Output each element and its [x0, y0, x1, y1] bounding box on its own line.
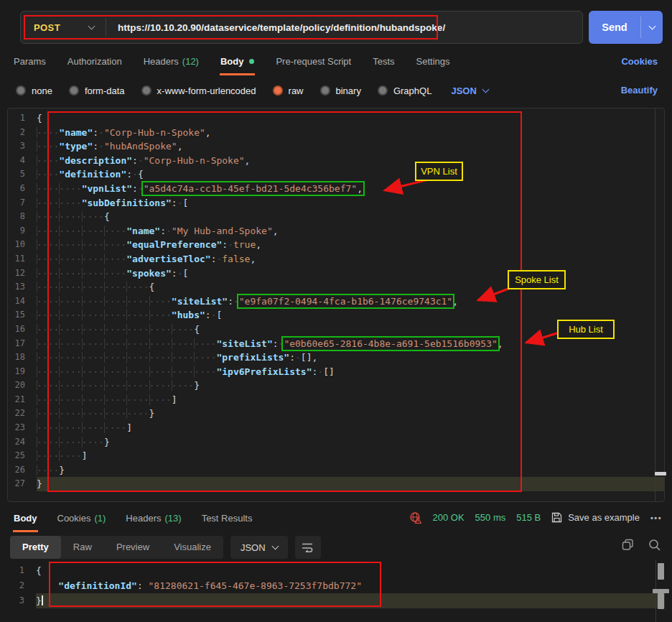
code-text[interactable]: ····························} — [37, 379, 664, 393]
line-number: 1 — [7, 563, 36, 578]
response-body-editor[interactable]: 1{2 "definitionId": "81280621-f645-467e-… — [7, 560, 665, 622]
code-token — [143, 580, 149, 591]
code-text[interactable]: ································"prefixL… — [37, 351, 664, 365]
code-token: "name" — [126, 226, 160, 236]
code-token: · — [138, 155, 144, 166]
code-text[interactable]: ····················{ — [37, 280, 664, 294]
indent-whitespace — [36, 580, 58, 591]
code-text[interactable]: ························] — [37, 393, 664, 407]
code-line-27: 27} — [8, 477, 664, 491]
view-visualize[interactable]: Visualize — [162, 536, 223, 559]
copy-icon[interactable] — [622, 539, 634, 551]
code-token: "description" — [59, 155, 132, 166]
code-text[interactable]: } — [37, 477, 664, 491]
wrap-lines-button[interactable] — [295, 536, 321, 559]
code-token: [ — [216, 310, 222, 320]
tab-params[interactable]: Params — [13, 50, 47, 75]
editor-scrollbar-thumb[interactable] — [655, 472, 666, 475]
response-scrollbar-thumb[interactable] — [658, 563, 664, 580]
tab-body[interactable]: Body — [220, 50, 256, 75]
radio-label: none — [32, 85, 52, 96]
view-pretty[interactable]: Pretty — [10, 536, 61, 559]
response-language-select[interactable]: JSON — [230, 536, 288, 559]
code-text[interactable]: ············} — [37, 435, 664, 450]
code-line-2: 2····"name":·"Corp-Hub-n-Spoke", — [8, 126, 664, 140]
code-text[interactable]: ····················} — [37, 407, 664, 421]
code-text[interactable]: ········"vpnList":·"a5d4c74a-cc1b-45ef-b… — [37, 182, 664, 196]
more-options-icon[interactable]: ••• — [650, 514, 662, 522]
code-text[interactable]: ············{ — [37, 210, 664, 224]
code-text[interactable]: ····} — [37, 463, 664, 478]
code-text[interactable]: ································"ipv6Pre… — [37, 365, 664, 379]
code-text[interactable]: ················"name":·"My Hub-and-Spok… — [37, 224, 664, 238]
code-line-11: 11················"advertiseTloc":·false… — [8, 252, 664, 266]
code-token: { — [36, 565, 42, 576]
indent-whitespace: ········ — [37, 450, 82, 461]
code-text[interactable]: ································"siteLis… — [37, 337, 664, 351]
body-type-radio-raw[interactable]: raw — [273, 85, 304, 96]
save-as-example-button[interactable]: Save as example — [551, 512, 640, 523]
request-body-editor[interactable]: 1{2····"name":·"Corp-Hub-n-Spoke",3····"… — [7, 108, 665, 502]
method-select[interactable]: POST — [21, 11, 106, 43]
code-token: , — [245, 155, 251, 166]
indent-whitespace: ································ — [37, 366, 216, 377]
tab-settings[interactable]: Settings — [416, 50, 451, 75]
code-token: : — [93, 141, 98, 152]
response-tab-test-results[interactable]: Test Results — [201, 507, 253, 532]
body-type-radio-form-data[interactable]: form-data — [69, 85, 125, 96]
tab-authorization[interactable]: Authorization — [67, 50, 123, 75]
send-options-caret[interactable] — [641, 11, 663, 44]
tab-label: Tests — [373, 56, 394, 67]
code-text[interactable]: { — [36, 563, 665, 578]
search-icon[interactable] — [648, 539, 661, 551]
code-text[interactable]: ················"spokes":·[ — [37, 266, 664, 281]
code-token: } — [194, 380, 200, 391]
body-type-radio-binary[interactable]: binary — [320, 85, 361, 96]
code-text[interactable]: ························"hubs":·[ — [37, 308, 664, 322]
code-text[interactable]: ················"advertiseTloc":·false, — [37, 252, 664, 266]
code-text[interactable]: ····························{ — [37, 322, 664, 337]
code-text[interactable]: ························"siteList":·"e9f… — [37, 294, 664, 309]
code-text[interactable]: ····"definition":·{ — [37, 167, 664, 182]
tab-headers[interactable]: Headers(12) — [143, 50, 200, 75]
indent-whitespace: ················ — [37, 254, 126, 264]
send-button[interactable]: Send — [589, 11, 663, 44]
tab-pre-request-script[interactable]: Pre-request Script — [275, 50, 352, 75]
code-text[interactable]: ········"subDefinitions":·[ — [37, 196, 664, 210]
body-type-radio-none[interactable]: none — [16, 85, 52, 96]
code-text[interactable]: { — [37, 111, 664, 126]
code-text[interactable]: ················"equalPreference":·true, — [37, 238, 664, 252]
view-raw[interactable]: Raw — [61, 536, 104, 559]
response-scrollbar-thumb[interactable] — [658, 593, 664, 609]
line-number: 25 — [8, 449, 37, 463]
url-input[interactable]: https://10.10.20.90/dataservice/template… — [106, 22, 582, 33]
tab-tests[interactable]: Tests — [372, 50, 395, 75]
code-text[interactable]: } — [36, 593, 665, 608]
code-token: "ipv6PrefixLists" — [216, 366, 312, 377]
response-tab-cookies[interactable]: Cookies(1) — [57, 507, 107, 532]
response-tab-headers[interactable]: Headers(13) — [125, 507, 182, 532]
code-text[interactable]: "definitionId": "81280621-f645-467e-8963… — [36, 578, 665, 593]
code-text[interactable]: ····"name":·"Corp-Hub-n-Spoke", — [37, 126, 664, 140]
code-text[interactable]: ········] — [37, 449, 664, 463]
beautify-link[interactable]: Beautify — [621, 85, 658, 96]
line-number: 21 — [8, 393, 37, 407]
view-preview[interactable]: Preview — [104, 536, 162, 559]
status-code: 200 OK — [432, 512, 464, 523]
body-language-select[interactable]: JSON — [451, 85, 487, 96]
code-line-24: 24············} — [8, 435, 664, 450]
code-text[interactable]: ····"description":·"Corp-Hub-n-Spoke", — [37, 154, 664, 168]
code-token: , — [498, 338, 503, 349]
code-token: "subDefinitions" — [82, 198, 172, 208]
body-type-radio-x-www-form-urlencoded[interactable]: x-www-form-urlencoded — [141, 85, 256, 96]
code-token: · — [295, 352, 301, 363]
cookies-link[interactable]: Cookies — [621, 56, 658, 67]
code-token: : — [228, 296, 233, 307]
response-tab-body[interactable]: Body — [13, 507, 38, 532]
send-button-label[interactable]: Send — [589, 11, 640, 44]
code-text[interactable]: ····"type":·"hubAndSpoke", — [37, 139, 664, 154]
body-type-radio-graphql[interactable]: GraphQL — [378, 85, 431, 96]
code-token: · — [317, 366, 323, 377]
chevron-down-icon — [88, 22, 95, 29]
code-text[interactable]: ················] — [37, 421, 664, 435]
